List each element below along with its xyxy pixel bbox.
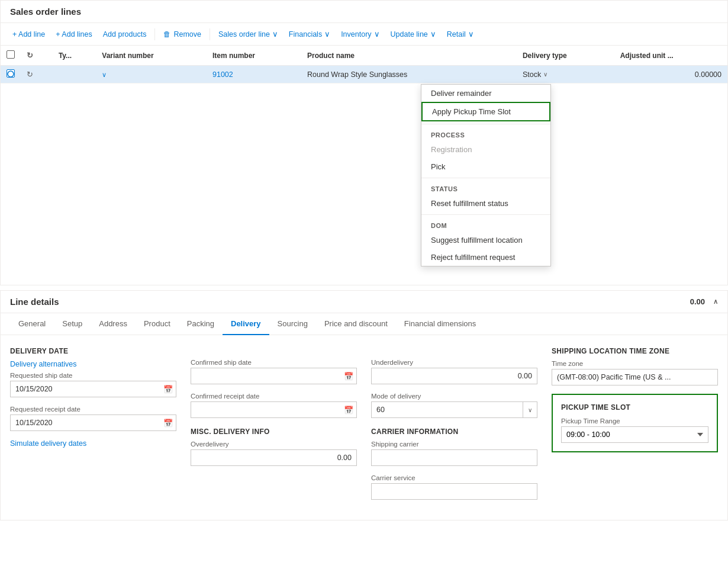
suggest-fulfillment-item[interactable]: Suggest fulfillment location: [421, 232, 550, 249]
row-variant-cell: ∨: [96, 66, 207, 83]
pickup-time-range-group: Pickup Time Range 09:00 - 10:00 10:00 - …: [561, 417, 708, 443]
requested-ship-date-input[interactable]: [10, 381, 176, 397]
delivery-type-chevron[interactable]: ∨: [543, 71, 547, 78]
item-number-value[interactable]: 91002: [212, 70, 233, 79]
update-line-button[interactable]: Update line ∨: [386, 27, 441, 41]
chevron-down-icon-5: ∨: [468, 30, 474, 38]
calendar-icon-4[interactable]: 📅: [344, 406, 353, 414]
underdelivery-input[interactable]: [371, 368, 537, 384]
retail-button[interactable]: Retail ∨: [442, 27, 479, 41]
confirmed-ship-date-input[interactable]: [191, 368, 357, 384]
row-refresh-icon[interactable]: ↻: [27, 70, 33, 79]
tab-address[interactable]: Address: [91, 313, 136, 335]
tab-price-and-discount[interactable]: Price and discount: [316, 313, 396, 335]
dropdown-menu-panel: Deliver remainder Apply Pickup Time Slot…: [421, 84, 551, 266]
misc-delivery-section: MISC. DELIVERY INFO Overdelivery: [191, 428, 357, 466]
chevron-icon[interactable]: ∨: [102, 71, 107, 78]
calendar-icon-2[interactable]: 📅: [163, 419, 173, 428]
line-details-section: Line details 0.00 ∧ General Setup Addres…: [0, 290, 728, 520]
registration-item[interactable]: Registration: [421, 141, 550, 158]
requested-receipt-date-input[interactable]: [10, 414, 176, 431]
reject-fulfillment-item[interactable]: Reject fulfillment request: [421, 249, 550, 266]
mode-of-delivery-wrapper: ∨: [371, 401, 537, 418]
chevron-down-icon-2: ∨: [324, 30, 330, 38]
carrier-service-input[interactable]: [371, 483, 537, 500]
tab-sourcing[interactable]: Sourcing: [269, 313, 316, 335]
sales-order-line-button[interactable]: Sales order line ∨: [214, 27, 283, 41]
menu-divider-1: [421, 124, 550, 124]
row-checkbox[interactable]: [7, 69, 15, 78]
pickup-time-slot-box: PICKUP TIME SLOT Pickup Time Range 09:00…: [552, 394, 718, 452]
separator-2: [210, 28, 210, 40]
overdelivery-input[interactable]: [191, 449, 357, 466]
table-row[interactable]: ↻ ∨ 91002 Round Wrap Style Sunglasses: [1, 66, 727, 83]
row-checkbox-cell[interactable]: [1, 66, 21, 83]
chevron-down-icon-3: ∨: [374, 30, 380, 38]
row-item-number-cell: 91002: [207, 66, 301, 83]
overdelivery-group: Overdelivery: [191, 441, 357, 466]
pickup-time-range-label: Pickup Time Range: [561, 417, 708, 425]
delivery-content: DELIVERY DATE Delivery alternatives Requ…: [1, 335, 727, 520]
row-empty-cell: [496, 66, 517, 83]
mode-of-delivery-label: Mode of delivery: [371, 393, 537, 400]
requested-receipt-date-input-wrapper: 📅: [10, 414, 176, 431]
reset-fulfillment-item[interactable]: Reset fulfillment status: [421, 195, 550, 212]
refresh-icon[interactable]: ↻: [27, 51, 33, 60]
mode-of-delivery-dropdown-btn[interactable]: ∨: [523, 401, 537, 418]
calendar-icon-3[interactable]: 📅: [344, 372, 353, 381]
tab-delivery[interactable]: Delivery: [223, 313, 269, 335]
confirmed-ship-date-group: Confirmed ship date 📅: [191, 359, 357, 384]
tab-product[interactable]: Product: [136, 313, 179, 335]
shipping-tz-col: SHIPPING LOCATION TIME ZONE Time zone PI…: [552, 347, 718, 508]
pick-item[interactable]: Pick: [421, 158, 550, 175]
empty-rows-area: [1, 83, 727, 285]
requested-ship-date-label: Requested ship date: [10, 372, 176, 379]
requested-receipt-date-group: Requested receipt date 📅: [10, 406, 176, 431]
inventory-button[interactable]: Inventory ∨: [336, 27, 384, 41]
confirmed-receipt-date-group: Confirmed receipt date 📅: [191, 393, 357, 418]
calendar-icon-1[interactable]: 📅: [163, 385, 173, 394]
tab-setup[interactable]: Setup: [54, 313, 91, 335]
tab-general[interactable]: General: [10, 313, 54, 335]
line-details-title: Line details: [10, 297, 59, 307]
delivery-date-label: DELIVERY DATE: [10, 347, 176, 355]
pickup-slot-title: PICKUP TIME SLOT: [561, 403, 708, 412]
time-zone-input[interactable]: [552, 369, 718, 385]
delivery-options-col: Underdelivery Mode of delivery ∨ CARRIER…: [371, 347, 537, 508]
tab-financial-dimensions[interactable]: Financial dimensions: [396, 313, 484, 335]
add-line-button[interactable]: + Add line: [8, 27, 50, 41]
carrier-service-group: Carrier service: [371, 474, 537, 500]
simulate-delivery-link[interactable]: Simulate delivery dates: [10, 439, 176, 448]
row-refresh-cell: ↻: [21, 66, 53, 83]
delivery-alternatives-link[interactable]: Delivery alternatives: [10, 360, 176, 368]
carrier-info-section: CARRIER INFORMATION Shipping carrier Car…: [371, 428, 537, 500]
status-section-label: STATUS: [421, 181, 550, 195]
confirmed-receipt-date-input[interactable]: [191, 401, 357, 418]
product-name-header: Product name: [301, 46, 496, 66]
add-products-button[interactable]: Add products: [98, 27, 152, 41]
deliver-remainder-item[interactable]: Deliver remainder: [421, 85, 550, 102]
sales-order-lines-section: Sales order lines + Add line + Add lines…: [0, 0, 728, 285]
shipping-carrier-input[interactable]: [371, 449, 537, 466]
row-product-name-cell: Round Wrap Style Sunglasses: [301, 66, 496, 83]
section-title: Sales order lines: [1, 1, 727, 23]
pickup-time-range-select[interactable]: 09:00 - 10:00 10:00 - 11:00 11:00 - 12:0…: [561, 426, 708, 443]
collapse-icon[interactable]: ∧: [713, 298, 718, 306]
line-details-value: 0.00: [690, 297, 705, 306]
select-all-checkbox[interactable]: [7, 50, 15, 59]
toolbar: + Add line + Add lines Add products 🗑 Re…: [1, 23, 727, 46]
add-lines-button[interactable]: + Add lines: [51, 27, 97, 41]
apply-pickup-time-slot-item[interactable]: Apply Pickup Time Slot: [421, 102, 550, 121]
tab-packing[interactable]: Packing: [179, 313, 223, 335]
remove-button[interactable]: 🗑 Remove: [159, 27, 206, 41]
delivery-type-value: Stock: [523, 70, 541, 79]
financials-button[interactable]: Financials ∨: [284, 27, 335, 41]
variant-number-header: Variant number: [96, 46, 207, 66]
mode-of-delivery-input[interactable]: [371, 401, 523, 418]
requested-ship-date-group: Requested ship date 📅: [10, 372, 176, 397]
refresh-header: ↻: [21, 46, 53, 66]
time-zone-label: Time zone: [552, 360, 718, 367]
requested-receipt-date-label: Requested receipt date: [10, 406, 176, 413]
chevron-down-icon-4: ∨: [430, 30, 436, 38]
select-all-header[interactable]: [1, 46, 21, 66]
